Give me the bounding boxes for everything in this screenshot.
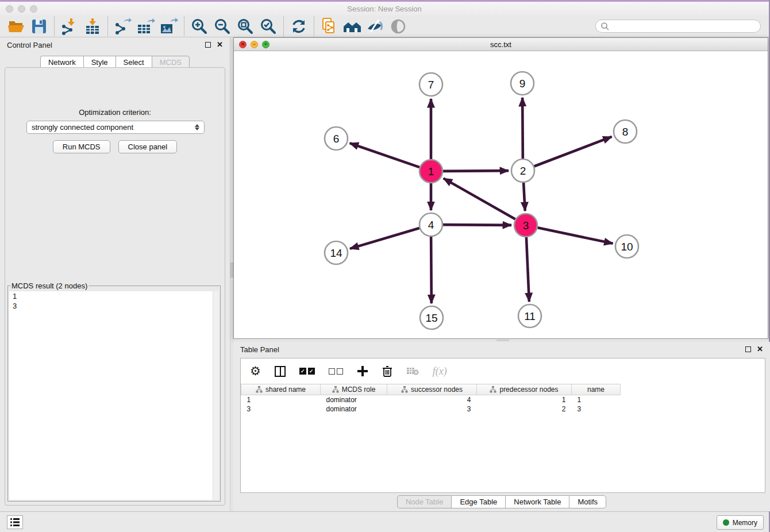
tab-node-table[interactable]: Node Table [397,495,452,508]
control-panel-title: Control Panel [7,41,52,49]
export-image-button[interactable] [157,17,180,36]
column-header-successor-nodes[interactable]: successor nodes [387,384,477,395]
graphics-details-button[interactable] [387,17,410,36]
node-table-container: ⚙ ✓✓ [240,358,765,493]
search-box [595,20,761,33]
tab-network-table[interactable]: Network Table [505,495,569,508]
graph-edge-4-15[interactable] [431,237,432,303]
graph-edge-4-14[interactable] [350,228,419,249]
apply-layout-button[interactable] [287,17,310,36]
table-cell[interactable]: 2 [477,404,572,414]
task-history-button[interactable] [7,515,23,529]
graph-edge-4-3[interactable] [443,225,511,225]
export-network-button[interactable] [111,17,134,36]
node-table: shared nameMCDS rolesuccessor nodesprede… [241,384,621,414]
delete-table-icon [406,367,419,376]
delete-table-button[interactable] [406,367,419,376]
clone-network-button[interactable] [318,17,341,36]
graph-edge-3-10[interactable] [538,228,613,244]
close-panel-icon[interactable]: ✕ [757,346,763,352]
toolbar-separator [314,17,314,36]
memory-label: Memory [733,519,757,527]
select-all-button[interactable]: ✓✓ [299,368,315,375]
delete-column-button[interactable] [382,365,392,377]
style-preview-button[interactable] [364,17,387,36]
graph-edge-1-2[interactable] [443,171,509,171]
graph-edge-2-8[interactable] [534,137,612,167]
deselect-all-button[interactable] [329,368,343,375]
float-panel-icon[interactable] [205,42,211,48]
column-label: shared name [265,385,306,394]
divider-grip[interactable] [496,340,509,341]
table-cell[interactable]: 3 [572,404,621,414]
table-cell[interactable]: 1 [477,395,572,404]
plus-icon [357,365,368,377]
paint-eye-icon [366,18,384,34]
table-settings-button[interactable]: ⚙ [250,364,261,378]
mcds-result-text[interactable]: 13 [9,291,219,500]
tab-motifs[interactable]: Motifs [569,495,606,508]
graph-edge-3-11[interactable] [526,237,529,302]
toolbar-separator [107,17,108,36]
memory-button[interactable]: Memory [717,515,764,530]
open-folder-icon [7,18,25,34]
main-toolbar [0,16,769,37]
import-table-button[interactable] [81,17,104,36]
graph-node-label: 4 [428,219,434,231]
network-window-title: scc.txt [234,40,768,49]
column-header-predecessor-nodes[interactable]: predecessor nodes [477,384,572,395]
column-header-name[interactable]: name [572,384,621,395]
optimization-criterion-select[interactable]: strongly connected component [26,121,205,134]
table-cell[interactable]: dominator [321,404,387,414]
result-line: 1 [9,291,219,301]
network-maximize-button[interactable]: + [262,41,270,48]
home-button[interactable] [341,17,364,36]
tab-edge-table[interactable]: Edge Table [451,495,505,508]
result-scrollbar[interactable] [213,291,219,500]
graph-node-label: 15 [425,312,437,324]
table-row[interactable]: 3dominator323 [241,404,621,414]
network-minimize-button[interactable]: − [251,41,258,48]
table-panel-tabs: Node TableEdge TableNetwork TableMotifs [233,495,770,508]
table-cell[interactable]: 3 [241,404,321,414]
float-panel-icon[interactable] [745,346,751,352]
save-session-button[interactable] [28,17,51,36]
zoom-fit-button[interactable] [234,17,257,36]
search-input[interactable] [595,20,761,33]
close-panel-button[interactable]: Close panel [118,140,178,153]
show-columns-button[interactable] [275,366,286,377]
zoom-fit-icon [237,18,254,35]
table-cell[interactable]: 1 [572,395,621,404]
graph-edge-2-3[interactable] [523,183,525,211]
network-close-button[interactable]: ✕ [239,41,247,48]
network-canvas[interactable]: 7968124314101511 [234,51,768,338]
table-cell[interactable]: dominator [321,395,387,404]
zoom-out-button[interactable] [211,17,234,36]
window-title: Session: New Session [0,5,769,13]
zoom-in-button[interactable] [188,17,211,36]
import-network-button[interactable] [58,17,81,36]
network-window-titlebar[interactable]: scc.txt ✕ − + [234,38,768,51]
column-header-shared-name[interactable]: shared name [241,384,321,395]
zoom-selection-button[interactable] [257,17,280,36]
table-toolbar: ⚙ ✓✓ [241,358,765,384]
export-table-button[interactable] [134,17,157,36]
graph-edge-3-1[interactable] [444,178,515,219]
close-panel-icon[interactable]: ✕ [217,42,223,48]
column-header-MCDS-role[interactable]: MCDS role [321,384,387,395]
function-builder-button[interactable]: f(x) [433,365,447,377]
table-cell[interactable]: 3 [387,404,477,414]
table-panel-header: Table Panel ✕ [233,342,770,357]
graph-edge-1-6[interactable] [350,143,420,167]
optimization-criterion-label: Optimization criterion: [5,108,225,117]
open-file-button[interactable] [5,17,28,36]
table-cell[interactable]: 1 [241,395,321,404]
table-row[interactable]: 1dominator411 [241,395,621,404]
titlebar: Session: New Session [0,2,769,16]
add-column-button[interactable] [357,365,368,377]
table-cell[interactable]: 4 [387,395,477,404]
graph-edge-2-9[interactable] [522,98,523,159]
checked-box-icon: ✓ [299,368,306,375]
graph-node-label: 6 [333,133,340,145]
run-mcds-button[interactable]: Run MCDS [53,140,110,153]
